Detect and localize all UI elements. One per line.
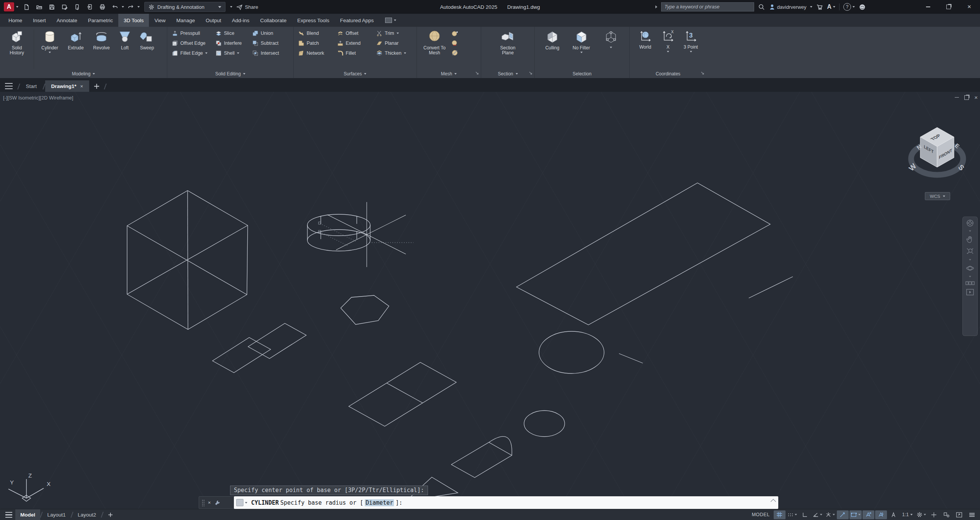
wireframe-slot[interactable] xyxy=(451,437,512,478)
surface-offset-button[interactable]: Offset xyxy=(336,28,375,38)
save-button[interactable] xyxy=(46,2,58,12)
panel-label-modeling[interactable]: Modeling xyxy=(0,70,167,78)
union-button[interactable]: Union xyxy=(251,28,276,38)
convert-to-mesh-button[interactable]: Convert To Mesh xyxy=(420,29,449,55)
app-menu-button[interactable]: A xyxy=(4,2,14,11)
tab-layout1[interactable]: Layout1 xyxy=(42,509,71,520)
panel-label-surfaces[interactable]: Surfaces xyxy=(294,70,416,78)
offset-edge-button[interactable]: Offset Edge xyxy=(170,38,214,48)
osnap-caret-icon[interactable] xyxy=(858,514,861,515)
filmstrip-icon[interactable] xyxy=(965,281,975,285)
minimize-button[interactable] xyxy=(920,1,936,13)
tab-express-tools[interactable]: Express Tools xyxy=(292,14,335,27)
no-filter-button[interactable]: No Filter xyxy=(568,29,595,53)
qat-customize-caret-icon[interactable] xyxy=(230,6,232,8)
x-ucs-button[interactable]: X X xyxy=(659,29,677,52)
print-button[interactable] xyxy=(96,2,108,12)
loft-button[interactable]: Loft xyxy=(115,29,134,51)
clean-screen-button[interactable] xyxy=(953,510,965,519)
sweep-button[interactable]: Sweep xyxy=(136,29,158,51)
ortho-toggle[interactable] xyxy=(799,510,811,519)
mesh-expander-icon[interactable] xyxy=(475,71,479,76)
smooth-less-button[interactable] xyxy=(451,39,459,47)
ribbon-display-toggle[interactable] xyxy=(382,14,399,27)
fillet-edge-button[interactable]: Fillet Edge xyxy=(170,48,214,58)
doc-close-icon[interactable]: × xyxy=(974,94,978,101)
world-ucs-button[interactable]: World xyxy=(634,29,657,50)
command-option-diameter[interactable]: Diameter xyxy=(365,499,394,506)
tab-layout2[interactable]: Layout2 xyxy=(73,509,101,520)
cylinder-button[interactable]: Cylinder xyxy=(37,29,62,53)
smooth-more-button[interactable] xyxy=(451,29,459,38)
command-line-bar[interactable]: × CYLINDER Specify base radius or [Diame… xyxy=(199,496,778,509)
annotation-scale-button[interactable] xyxy=(888,510,900,519)
wireframe-small-ellipse[interactable] xyxy=(524,411,565,437)
coordinates-expander-icon[interactable] xyxy=(701,71,704,76)
surface-extend-button[interactable]: Extend xyxy=(336,38,375,48)
presspull-button[interactable]: Presspull xyxy=(170,28,214,38)
annotation-scale-value[interactable]: 1:1 xyxy=(900,512,915,517)
three-point-ucs-button[interactable]: 3 3 Point xyxy=(680,29,702,52)
orbit-icon[interactable] xyxy=(966,264,974,272)
revolve-button[interactable]: Revolve xyxy=(89,29,114,51)
customization-button[interactable] xyxy=(966,510,978,519)
drag-grip-icon[interactable] xyxy=(202,499,204,506)
tab-output[interactable]: Output xyxy=(200,14,227,27)
section-plane-button[interactable]: Section Plane xyxy=(493,29,523,55)
shell-button[interactable]: Shell xyxy=(214,48,251,58)
navbar-caret-icon[interactable] xyxy=(969,259,971,261)
tab-home[interactable]: Home xyxy=(3,14,28,27)
open-file-button[interactable] xyxy=(33,2,45,12)
wireframe-short-line[interactable] xyxy=(619,354,643,363)
tab-manage[interactable]: Manage xyxy=(171,14,200,27)
surface-trim-button[interactable]: Trim xyxy=(375,28,401,38)
panel-label-mesh[interactable]: Mesh xyxy=(417,70,481,78)
undo-caret-icon[interactable] xyxy=(122,6,124,8)
help-menu[interactable]: ? xyxy=(843,3,855,11)
health-dashboard-button[interactable] xyxy=(859,3,866,11)
grid-display-toggle[interactable] xyxy=(774,510,786,519)
navbar-caret-icon[interactable] xyxy=(969,276,971,277)
customize-wrench-icon[interactable] xyxy=(214,500,220,506)
command-close-icon[interactable]: × xyxy=(208,500,211,505)
recent-commands-caret-icon[interactable] xyxy=(245,502,247,504)
auto-annotation-scale-toggle[interactable] xyxy=(875,510,887,519)
app-menu-caret-icon[interactable] xyxy=(16,6,18,8)
tab-featured-apps[interactable]: Featured Apps xyxy=(335,14,379,27)
panel-label-section[interactable]: Section xyxy=(481,70,534,78)
save-as-button[interactable] xyxy=(59,2,70,12)
showmotion-icon[interactable] xyxy=(966,289,974,296)
tab-drawing1[interactable]: Drawing1* × xyxy=(45,80,90,92)
subtract-button[interactable]: Subtract xyxy=(251,38,281,48)
tab-insert[interactable]: Insert xyxy=(28,14,51,27)
redo-button[interactable] xyxy=(125,2,137,12)
wireframe-ellipse[interactable] xyxy=(539,331,604,373)
wcs-dropdown[interactable]: WCS xyxy=(925,192,950,200)
snap-caret-icon[interactable] xyxy=(795,514,797,515)
redo-caret-icon[interactable] xyxy=(137,6,140,8)
doc-minimize-icon[interactable] xyxy=(955,97,959,98)
view-cube[interactable]: TOP LEFT FRONT N E W S xyxy=(907,127,966,175)
new-layout-button[interactable] xyxy=(103,509,118,520)
search-expand-icon[interactable] xyxy=(655,5,657,8)
wireframe-parallelogram-2[interactable] xyxy=(212,337,271,373)
wireframe-parallelogram-1[interactable] xyxy=(248,323,306,359)
tab-view[interactable]: View xyxy=(149,14,171,27)
account-menu[interactable]: davidrverwey xyxy=(769,3,813,10)
intersect-button[interactable]: Intersect xyxy=(251,48,281,58)
wireframe-box[interactable] xyxy=(127,191,248,329)
move-gizmo-button[interactable] xyxy=(598,29,624,48)
ucs-icon[interactable]: Y Z X xyxy=(8,472,51,501)
isolate-objects-button[interactable] xyxy=(941,510,952,519)
doc-restore-icon[interactable] xyxy=(964,95,969,100)
extrude-button[interactable]: Extrude xyxy=(64,29,88,51)
new-file-button[interactable] xyxy=(21,2,33,12)
viewport-controls-label[interactable]: [-][SW Isometric][2D Wireframe] xyxy=(3,95,73,101)
tab-add-ins[interactable]: Add-ins xyxy=(227,14,255,27)
workspace-caret-icon[interactable] xyxy=(924,514,926,515)
object-snap-tracking-toggle[interactable] xyxy=(837,510,849,519)
steering-wheel-icon[interactable] xyxy=(966,219,974,227)
object-snap-toggle[interactable] xyxy=(849,510,862,519)
tab-start[interactable]: Start xyxy=(20,80,43,92)
layout-menu-button[interactable] xyxy=(2,512,15,518)
